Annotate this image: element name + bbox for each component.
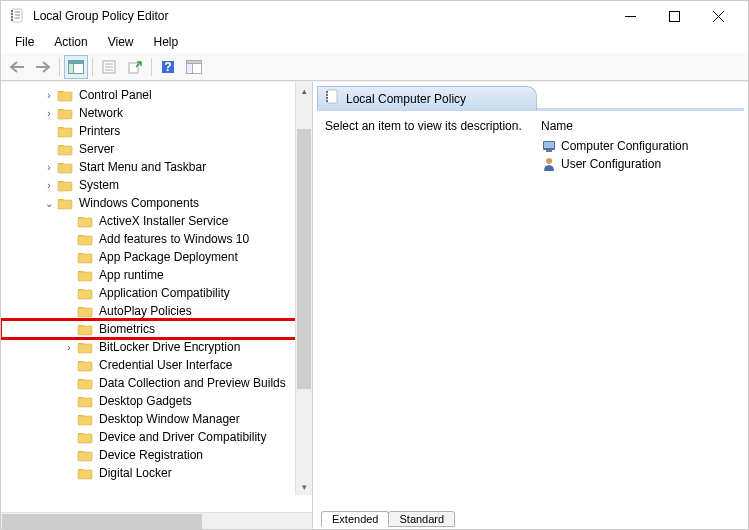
svg-rect-38 <box>78 326 92 335</box>
folder-icon <box>77 430 93 444</box>
tree-item[interactable]: App runtime <box>1 266 312 284</box>
tree-item[interactable]: Device Registration <box>1 446 312 464</box>
svg-rect-53 <box>544 142 554 148</box>
svg-rect-25 <box>58 92 72 101</box>
properties-button[interactable] <box>97 55 121 79</box>
expand-icon[interactable]: › <box>41 162 57 173</box>
tab-extended[interactable]: Extended <box>321 511 389 527</box>
expand-icon[interactable]: › <box>41 108 57 119</box>
svg-rect-28 <box>58 146 72 155</box>
menu-help[interactable]: Help <box>144 33 189 51</box>
svg-point-1 <box>11 10 13 12</box>
svg-rect-33 <box>78 236 92 245</box>
expand-icon[interactable]: › <box>41 90 57 101</box>
scroll-track[interactable] <box>296 99 312 478</box>
folder-icon <box>77 448 93 462</box>
tree-item[interactable]: Digital Locker <box>1 464 312 482</box>
detail-body: Select an item to view its description. … <box>317 110 744 505</box>
tree-item-label: Desktop Gadgets <box>97 394 194 408</box>
tree-item[interactable]: Printers <box>1 122 312 140</box>
tree-item[interactable]: ›BitLocker Drive Encryption <box>1 338 312 356</box>
scroll-up-arrow[interactable]: ▴ <box>296 82 312 99</box>
menu-file[interactable]: File <box>5 33 44 51</box>
svg-rect-34 <box>78 254 92 263</box>
folder-icon <box>77 412 93 426</box>
toolbar-separator <box>92 58 93 76</box>
folder-icon <box>77 214 93 228</box>
detail-header-title: Local Computer Policy <box>346 92 466 106</box>
tree-item[interactable]: Credential User Interface <box>1 356 312 374</box>
forward-button[interactable] <box>31 55 55 79</box>
tree-horizontal-scrollbar[interactable] <box>1 512 312 529</box>
folder-icon <box>77 394 93 408</box>
tab-standard[interactable]: Standard <box>388 511 455 527</box>
tree-item[interactable]: ⌄Windows Components <box>1 194 312 212</box>
tree-item[interactable]: ›System <box>1 176 312 194</box>
svg-point-48 <box>326 91 328 93</box>
tree-item[interactable]: Desktop Gadgets <box>1 392 312 410</box>
tree-item[interactable]: ›Control Panel <box>1 86 312 104</box>
tree-item[interactable]: ›Start Menu and Taskbar <box>1 158 312 176</box>
tree-item-label: Device Registration <box>97 448 205 462</box>
folder-icon <box>77 376 93 390</box>
svg-rect-32 <box>78 218 92 227</box>
list-item[interactable]: User Configuration <box>541 155 736 173</box>
svg-rect-54 <box>546 150 552 152</box>
collapse-icon[interactable]: ⌄ <box>41 198 57 209</box>
tree-item-label: Start Menu and Taskbar <box>77 160 208 174</box>
show-hide-tree-button[interactable] <box>64 55 88 79</box>
tree-item[interactable]: ActiveX Installer Service <box>1 212 312 230</box>
tree-item-label: App Package Deployment <box>97 250 240 264</box>
expand-icon[interactable]: › <box>41 180 57 191</box>
tree-item[interactable]: App Package Deployment <box>1 248 312 266</box>
menu-action[interactable]: Action <box>44 33 97 51</box>
svg-point-4 <box>11 19 13 21</box>
list-item-label: User Configuration <box>561 157 661 171</box>
toolbar-separator <box>151 58 152 76</box>
tree-item[interactable]: Desktop Window Manager <box>1 410 312 428</box>
scroll-thumb[interactable] <box>2 514 202 529</box>
tree-item[interactable]: Data Collection and Preview Builds <box>1 374 312 392</box>
list-item[interactable]: Computer Configuration <box>541 137 736 155</box>
folder-icon <box>57 124 73 138</box>
detail-header-bar: Local Computer Policy <box>317 86 537 110</box>
close-button[interactable] <box>696 1 740 31</box>
window-title: Local Group Policy Editor <box>33 9 608 23</box>
scroll-thumb[interactable] <box>297 129 311 389</box>
tree-item[interactable]: Device and Driver Compatibility <box>1 428 312 446</box>
tree-item[interactable]: Biometrics <box>1 320 312 338</box>
tree-item-label: Digital Locker <box>97 466 174 480</box>
tree-item[interactable]: Application Compatibility <box>1 284 312 302</box>
toolbar-separator <box>59 58 60 76</box>
export-button[interactable] <box>123 55 147 79</box>
tree-item-label: Credential User Interface <box>97 358 234 372</box>
name-column-header[interactable]: Name <box>541 119 736 133</box>
back-button[interactable] <box>5 55 29 79</box>
tree-item-label: Network <box>77 106 125 120</box>
user-config-icon <box>541 156 557 172</box>
tree-item-label: System <box>77 178 121 192</box>
svg-point-3 <box>11 16 13 18</box>
tree-item-label: Add features to Windows 10 <box>97 232 251 246</box>
tree-vertical-scrollbar[interactable]: ▴ ▾ <box>295 82 312 495</box>
svg-rect-47 <box>327 90 337 103</box>
help-button[interactable]: ? <box>156 55 180 79</box>
svg-point-55 <box>546 158 552 164</box>
maximize-button[interactable] <box>652 1 696 31</box>
svg-rect-36 <box>78 290 92 299</box>
tree-item[interactable]: AutoPlay Policies <box>1 302 312 320</box>
tree-item[interactable]: ›Network <box>1 104 312 122</box>
svg-point-51 <box>326 100 328 102</box>
tree-item[interactable]: Add features to Windows 10 <box>1 230 312 248</box>
filter-button[interactable] <box>182 55 206 79</box>
minimize-button[interactable] <box>608 1 652 31</box>
svg-rect-42 <box>78 398 92 407</box>
expand-icon[interactable]: › <box>61 342 77 353</box>
tree-item[interactable]: Server <box>1 140 312 158</box>
detail-pane: Local Computer Policy Select an item to … <box>313 82 748 529</box>
menu-view[interactable]: View <box>98 33 144 51</box>
tree-item-label: Data Collection and Preview Builds <box>97 376 288 390</box>
folder-icon <box>57 178 73 192</box>
menu-bar: File Action View Help <box>1 31 748 53</box>
scroll-down-arrow[interactable]: ▾ <box>296 478 312 495</box>
